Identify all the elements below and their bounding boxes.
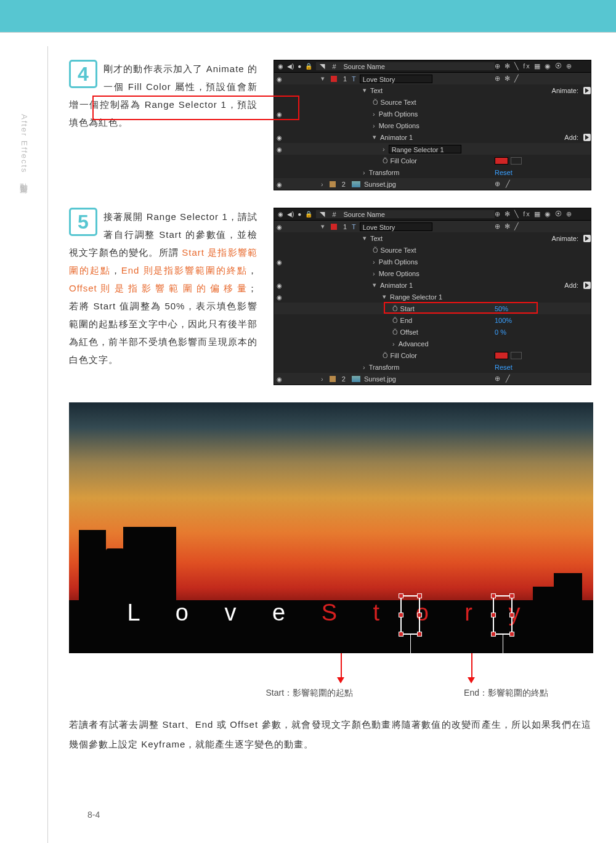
color-swatch[interactable] <box>495 352 508 359</box>
offset-row[interactable]: ŎOffset0 % <box>274 326 591 338</box>
eyedropper-icon[interactable] <box>511 352 522 359</box>
step-number-4: 4 <box>69 60 97 88</box>
highlight-box <box>384 302 538 314</box>
selection-end-handle <box>493 595 513 635</box>
text-group[interactable]: ▾Text Animate: <box>274 84 591 96</box>
reset-link[interactable]: Reset <box>495 169 513 176</box>
panel-header-icons: ◉ ◀) ● 🔒 <box>274 63 316 70</box>
col-num: # <box>328 63 339 70</box>
speaker-icon: ◀) <box>287 63 294 70</box>
layer-row-1[interactable]: ◉ ▾1 TLove Story ⊕ ✻ ╱ <box>274 73 591 84</box>
closing-paragraph: 若讀者有試著去調整 Start、End 或 Offset 參數，就會發現文字顏色… <box>69 715 591 754</box>
add-button[interactable] <box>583 282 591 289</box>
image-icon <box>352 181 360 187</box>
chapter-side-label: After Effects 動畫篇 <box>18 114 30 181</box>
range-selector-row[interactable]: ◉›Range Selector 1 <box>274 143 591 155</box>
switches-header: ⊕ ✻ ╲ fx ▦ ◉ ⦿ ⊕ <box>495 62 591 70</box>
selection-start-handle <box>400 595 420 635</box>
label-color[interactable] <box>331 76 337 82</box>
start-row[interactable]: ŎStart50% <box>274 303 591 314</box>
eye-icon[interactable]: ◉ <box>277 76 282 83</box>
end-row[interactable]: ŎEnd100% <box>274 314 591 326</box>
layer-row-1[interactable]: ◉▾1TLove Story⊕ ✻ ╱ <box>274 221 591 232</box>
ae-timeline-panel-a: ◉ ◀) ● 🔒 ◥ # Source Name ⊕ ✻ ╲ fx ▦ ◉ ⦿ … <box>274 60 591 190</box>
animate-button[interactable] <box>583 87 591 94</box>
page-number: 8-4 <box>87 810 100 820</box>
transform-row[interactable]: ›TransformReset <box>274 166 591 178</box>
stopwatch-icon[interactable]: Ŏ <box>392 328 400 336</box>
lock-icon: 🔒 <box>305 63 312 70</box>
stopwatch-icon[interactable]: Ŏ <box>383 352 391 359</box>
color-swatch[interactable] <box>495 157 508 165</box>
step-number-5: 5 <box>69 208 97 236</box>
path-options-row[interactable]: ◉›Path Options <box>274 108 591 120</box>
composition-preview: L o v e S t o r y <box>69 402 593 653</box>
text-layer: L o v e S t o r y <box>69 600 593 626</box>
image-icon <box>352 376 360 382</box>
eye-icon: ◉ <box>278 211 283 218</box>
animate-button[interactable] <box>583 235 591 242</box>
animator1-row[interactable]: ◉▾Animator 1Add: <box>274 131 591 143</box>
add-button[interactable] <box>583 134 591 141</box>
tag-icon: ◥ <box>316 62 328 70</box>
stopwatch-icon[interactable]: Ŏ <box>373 246 381 254</box>
lock-icon: 🔒 <box>305 211 312 218</box>
source-text-row[interactable]: ŎSource Text <box>274 96 591 108</box>
stopwatch-icon[interactable]: Ŏ <box>373 99 381 106</box>
more-options-row[interactable]: ›More Options <box>274 120 591 131</box>
ae-timeline-panel-b: ◉◀)●🔒 ◥#Source Name ⊕ ✻ ╲ fx ▦ ◉ ⦿ ⊕ ◉▾1… <box>274 208 591 385</box>
eyedropper-icon[interactable] <box>511 157 522 165</box>
highlight-box <box>92 96 299 120</box>
solo-icon: ● <box>298 63 301 70</box>
callout-start: Start：影響範圍的起點 <box>266 688 354 699</box>
stopwatch-icon[interactable]: Ŏ <box>392 317 400 324</box>
callout-end: End：影響範圍的終點 <box>464 688 548 699</box>
tag-icon: ◥ <box>316 210 328 218</box>
col-source: Source Name <box>340 63 389 70</box>
header-bar <box>0 0 616 32</box>
eye-icon: ◉ <box>278 63 283 70</box>
left-gutter: After Effects 動畫篇 <box>0 46 48 843</box>
layer-row-2[interactable]: ◉›2Sunset.jpg⊕ ╱ <box>274 178 591 190</box>
stopwatch-icon[interactable]: Ŏ <box>383 157 391 165</box>
layer-name[interactable]: Love Story <box>360 75 432 83</box>
fill-color-row[interactable]: ŎFill Color <box>274 155 591 166</box>
speaker-icon: ◀) <box>287 211 294 218</box>
divider <box>0 32 616 33</box>
solo-icon: ● <box>298 211 301 218</box>
